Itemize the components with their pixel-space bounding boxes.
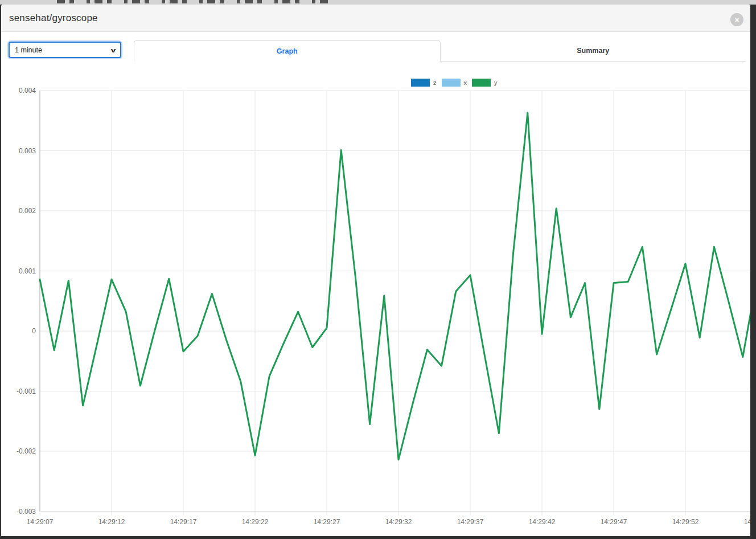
x-tick-label: 14:29:12: [98, 518, 125, 526]
x-tick-label: 14:29:52: [672, 518, 699, 526]
modal-header: sensehat/gyroscope: [1, 5, 750, 32]
y-tick-label: 0.004: [19, 87, 36, 95]
x-tick-label: 14:29:47: [601, 518, 627, 526]
x-tick-label: 14:29:37: [457, 518, 484, 526]
y-tick-label: -0.001: [17, 387, 36, 395]
close-icon[interactable]: ×: [730, 13, 743, 26]
x-tick-label: 14:29:57: [744, 518, 750, 526]
x-tick-label: 14:29:42: [529, 518, 556, 526]
y-tick-label: 0.002: [19, 207, 36, 215]
gyroscope-modal: sensehat/gyroscope × 1 minute v Graph Su…: [1, 5, 750, 536]
y-tick-label: 0: [32, 327, 36, 335]
x-tick-label: 14:29:27: [314, 518, 340, 526]
background-page-text-fragment: [57, 0, 330, 3]
x-tick-label: 14:29:32: [385, 518, 412, 526]
modal-title: sensehat/gyroscope: [9, 13, 98, 24]
y-tick-label: -0.003: [17, 508, 36, 516]
y-tick-label: -0.002: [17, 447, 36, 455]
x-tick-label: 14:29:07: [27, 518, 54, 526]
y-tick-label: 0.001: [19, 267, 36, 275]
background-page-strip: [0, 0, 756, 5]
x-tick-label: 14:29:17: [170, 518, 197, 526]
y-tick-label: 0.003: [19, 147, 36, 155]
series-line-y: [40, 113, 750, 460]
line-chart: 0.0040.0030.0020.0010-0.001-0.002-0.0031…: [1, 32, 750, 536]
x-tick-label: 14:29:22: [242, 518, 269, 526]
